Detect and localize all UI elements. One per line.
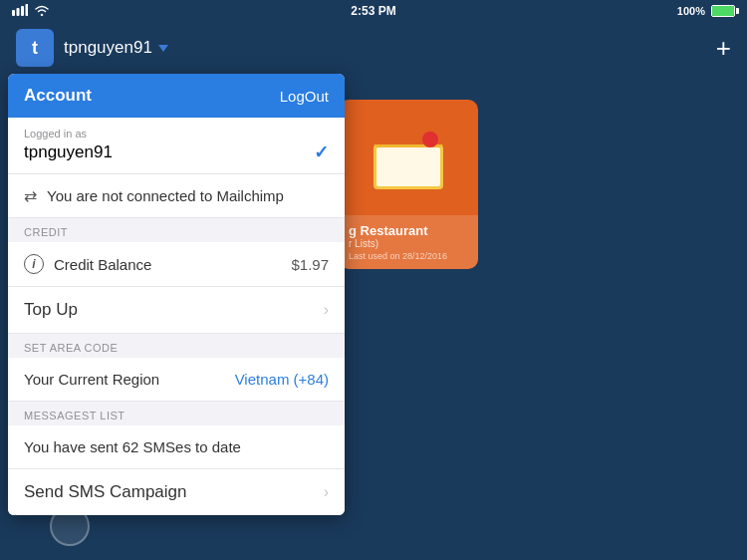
signal-icon	[12, 4, 28, 18]
wifi-icon	[34, 4, 50, 18]
arrows-icon: ⇄	[24, 186, 37, 205]
svg-rect-1	[17, 8, 20, 16]
status-left	[12, 4, 50, 18]
credit-amount: $1.97	[291, 256, 329, 273]
area-code-section-label: SET AREA CODE	[8, 334, 345, 358]
bg-card-date: Last used on 28/12/2016	[349, 251, 468, 261]
checkmark-icon: ✓	[314, 141, 329, 163]
dropdown-panel: Account LogOut Logged in as tpnguyen91 ✓…	[8, 74, 345, 515]
dropdown-header: Account LogOut	[8, 74, 345, 118]
envelope-icon	[369, 130, 448, 189]
bg-card-subtitle: r Lists)	[349, 238, 468, 249]
dropdown-title: Account	[24, 86, 92, 106]
username-text: tpnguyen91	[64, 38, 152, 58]
header-bar: t tpnguyen91 +	[0, 22, 747, 74]
topup-label: Top Up	[24, 300, 324, 320]
sms-count-row: You have sent 62 SMSes to date	[8, 425, 345, 469]
info-icon: i	[24, 254, 44, 274]
logged-in-label: Logged in as	[24, 128, 329, 140]
svg-rect-2	[21, 6, 24, 16]
region-value[interactable]: Vietnam (+84)	[235, 371, 329, 388]
credit-balance-row: i Credit Balance $1.97	[8, 242, 345, 287]
battery-fill	[712, 6, 734, 16]
logged-in-user-row: tpnguyen91 ✓	[24, 141, 329, 163]
logout-button[interactable]: LogOut	[280, 88, 329, 105]
chevron-down-icon	[158, 45, 168, 52]
credit-label: Credit Balance	[54, 256, 281, 273]
mailchimp-row: ⇄ You are not connected to Mailchimp	[8, 174, 345, 218]
sms-campaign-row[interactable]: Send SMS Campaign ›	[8, 469, 345, 515]
svg-rect-0	[12, 10, 15, 16]
status-bar: 2:53 PM 100%	[0, 0, 747, 22]
mailchimp-text: You are not connected to Mailchimp	[47, 187, 284, 204]
bg-card-info: g Restaurant r Lists) Last used on 28/12…	[339, 215, 478, 269]
username-area[interactable]: tpnguyen91	[64, 38, 168, 58]
svg-point-6	[422, 132, 438, 147]
status-right: 100%	[677, 5, 735, 17]
svg-rect-3	[26, 4, 29, 16]
logged-in-section: Logged in as tpnguyen91 ✓	[8, 118, 345, 174]
battery-icon	[711, 5, 735, 17]
region-row: Your Current Region Vietnam (+84)	[8, 358, 345, 402]
bg-card: g Restaurant r Lists) Last used on 28/12…	[339, 100, 478, 269]
sms-count-text: You have sent 62 SMSes to date	[24, 438, 241, 455]
avatar[interactable]: t	[16, 29, 54, 67]
logged-in-username: tpnguyen91	[24, 142, 113, 162]
topup-chevron-icon: ›	[324, 301, 329, 319]
credit-section-label: CREDIT	[8, 218, 345, 242]
message-list-section-label: MESSAGEST LIST	[8, 402, 345, 425]
add-button[interactable]: +	[716, 35, 731, 61]
battery-percent: 100%	[677, 5, 705, 17]
status-time: 2:53 PM	[351, 4, 395, 18]
svg-rect-7	[376, 147, 440, 186]
topup-row[interactable]: Top Up ›	[8, 287, 345, 334]
bg-card-title: g Restaurant	[349, 223, 468, 238]
sms-campaign-chevron-icon: ›	[324, 483, 329, 501]
region-label: Your Current Region	[24, 371, 235, 388]
sms-campaign-label: Send SMS Campaign	[24, 482, 324, 502]
